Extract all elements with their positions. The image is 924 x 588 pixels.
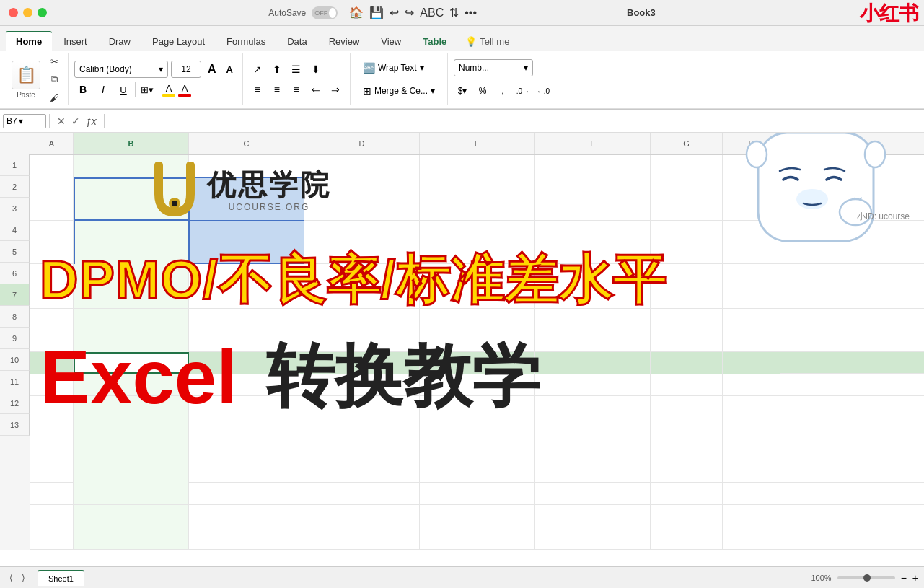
zoom-out-button[interactable]: − [901,572,907,584]
cell-d7[interactable] [304,352,420,374]
cell-h13[interactable] [723,527,780,549]
spellcheck-icon[interactable]: ABC [420,6,444,19]
cell-g9[interactable] [651,396,723,439]
sort-icon[interactable]: ⇅ [449,6,459,19]
cell-c6[interactable] [189,309,304,352]
cell-h8[interactable] [723,374,780,395]
font-color-button[interactable]: A [178,83,191,97]
cell-g7[interactable] [651,352,723,374]
minimize-button[interactable] [23,8,32,17]
cell-a3[interactable] [30,221,74,264]
format-painter-button[interactable]: 🖌 [46,89,62,105]
right-align-button[interactable]: ≡ [288,81,305,98]
cell-e5[interactable] [420,286,535,308]
cell-g12[interactable] [651,505,723,527]
row-header-1[interactable]: 1 [0,154,30,176]
row-header-7[interactable]: 7 [0,284,30,306]
middle-align-button[interactable]: ☰ [288,61,305,78]
col-header-g[interactable]: G [651,133,723,154]
row-header-6[interactable]: 6 [0,263,30,284]
bottom-align-button[interactable]: ⬇ [307,61,325,78]
cell-g8[interactable] [651,374,723,395]
cell-e6[interactable] [420,309,535,352]
cell-h3[interactable] [723,221,780,264]
cell-f5[interactable] [535,286,651,308]
cell-b7[interactable] [74,352,189,374]
left-align-button[interactable]: ≡ [249,81,266,98]
cell-b5[interactable] [74,286,189,308]
cell-c9[interactable] [189,396,304,439]
cell-d5[interactable] [304,286,420,308]
cell-h11[interactable] [723,483,780,504]
cell-b10[interactable] [74,439,189,483]
col-header-d[interactable]: D [304,133,420,154]
cell-a13[interactable] [30,527,74,549]
cell-b9[interactable] [74,396,189,439]
maximize-button[interactable] [38,8,47,17]
redo-icon[interactable]: ↪ [405,6,414,19]
more-icon[interactable]: ••• [465,6,477,19]
cell-d4[interactable] [304,264,420,286]
cell-a11[interactable] [30,483,74,504]
close-button[interactable] [9,8,18,17]
cell-f13[interactable] [535,527,651,549]
prev-sheet-button[interactable]: ⟨ [6,571,17,584]
cell-c3[interactable] [189,221,304,264]
cell-e10[interactable] [420,439,535,483]
cell-e12[interactable] [420,505,535,527]
cell-e3[interactable] [420,221,535,264]
cell-b1[interactable] [74,155,189,177]
cell-c11[interactable] [189,483,304,504]
row-header-4[interactable]: 4 [0,219,30,241]
cell-d10[interactable] [304,439,420,483]
wrap-text-button[interactable]: 🔤 Wrap Text ▾ [356,58,441,77]
cell-a10[interactable] [30,439,74,483]
cell-f11[interactable] [535,483,651,504]
tab-review[interactable]: Review [319,32,370,51]
tab-insert[interactable]: Insert [53,32,97,51]
cell-b3[interactable] [74,221,189,264]
cell-g4[interactable] [651,264,723,286]
row-header-10[interactable]: 10 [0,349,30,371]
cell-a1[interactable] [30,155,74,177]
cell-a8[interactable] [30,374,74,395]
cell-a12[interactable] [30,505,74,527]
merge-cells-button[interactable]: ⊞ Merge & Ce... ▾ [356,82,441,100]
cell-reference-box[interactable]: B7 ▾ [3,114,46,128]
cell-h10[interactable] [723,439,780,483]
cell-f12[interactable] [535,505,651,527]
cell-h2[interactable] [723,177,780,221]
cell-e7[interactable] [420,352,535,374]
comma-button[interactable]: , [494,82,511,100]
col-header-a[interactable]: A [30,133,74,154]
cell-c5[interactable] [189,286,304,308]
insert-function-icon[interactable]: ƒx [86,115,97,127]
cell-d13[interactable] [304,527,420,549]
decrease-decimal-button[interactable]: ←.0 [534,82,552,100]
tab-page-layout[interactable]: Page Layout [142,32,215,51]
copy-button[interactable]: ⧉ [46,71,62,87]
cell-h9[interactable] [723,396,780,439]
cut-button[interactable]: ✂ [46,53,62,69]
cell-b13[interactable] [74,527,189,549]
cell-d1[interactable] [304,155,420,177]
cell-e4[interactable] [420,264,535,286]
cell-b11[interactable] [74,483,189,504]
underline-button[interactable]: U [115,81,132,98]
cell-e11[interactable] [420,483,535,504]
cell-c8[interactable] [189,374,304,395]
font-grow-button[interactable]: A [204,61,220,77]
cell-d12[interactable] [304,505,420,527]
cell-g13[interactable] [651,527,723,549]
cell-f7[interactable] [535,352,651,374]
percent-button[interactable]: % [474,82,491,100]
increase-decimal-button[interactable]: .0→ [514,82,532,100]
cell-a5[interactable] [30,286,74,308]
cell-g5[interactable] [651,286,723,308]
cell-f10[interactable] [535,439,651,483]
cell-g1[interactable] [651,155,723,177]
cell-e2[interactable] [420,177,535,221]
font-size-box[interactable]: 12 [171,61,201,78]
zoom-in-button[interactable]: + [912,572,918,584]
col-header-b[interactable]: B [74,133,189,154]
